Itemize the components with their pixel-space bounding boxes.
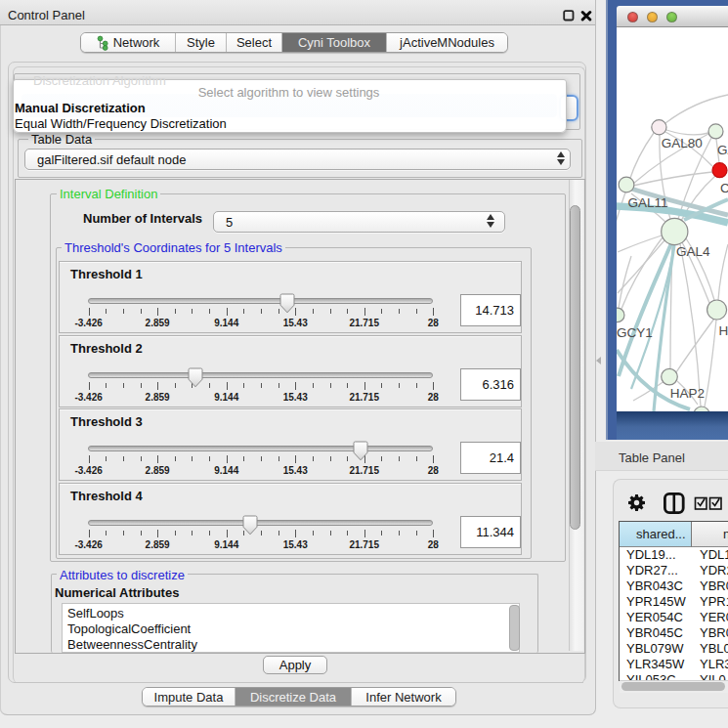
svg-text:HAP2: HAP2: [670, 386, 705, 401]
svg-text:GAL4: GAL4: [676, 244, 710, 259]
svg-text:H: H: [719, 323, 728, 338]
svg-text:GCY1: GCY1: [617, 325, 653, 340]
svg-text:CY: CY: [720, 181, 728, 195]
svg-text:GA: GA: [717, 143, 728, 157]
svg-text:GAL11: GAL11: [627, 195, 667, 210]
svg-text:GAL80: GAL80: [662, 136, 703, 150]
